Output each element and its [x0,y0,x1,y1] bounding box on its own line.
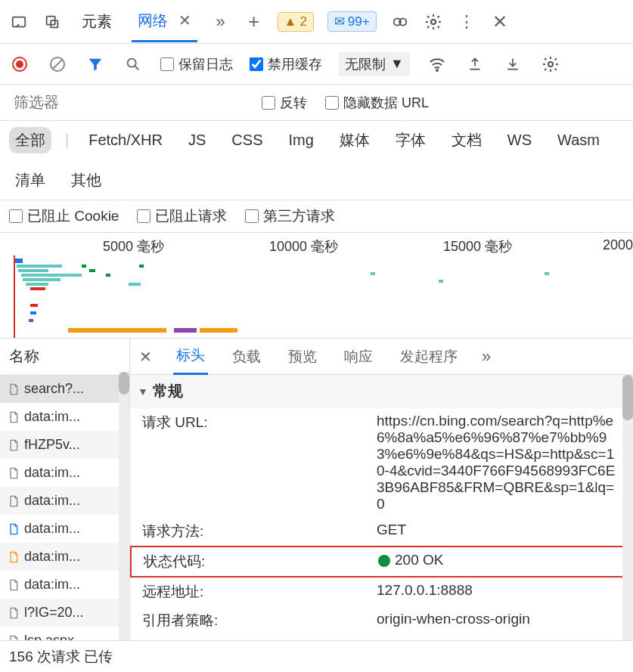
blocked-cookies-label: 已阻止 Cookie [27,206,119,226]
hide-data-url-checkbox[interactable]: 隐藏数据 URL [325,94,429,112]
timeline-tick: 15000 毫秒 [443,237,512,255]
triangle-down-icon: ▼ [138,386,148,398]
type-chip[interactable]: CSS [225,129,268,152]
type-chip[interactable]: Img [282,129,319,152]
request-item[interactable]: search?... [0,375,129,403]
header-value: https://cn.bing.com/search?q=http%e6%8a%… [377,413,621,513]
disable-cache-checkbox[interactable]: 禁用缓存 [250,55,322,73]
request-item[interactable]: l?IG=20... [0,599,129,627]
more-tabs-icon[interactable]: » [482,347,491,367]
messages-badge[interactable]: ✉ 99+ [327,11,377,32]
request-name: data:im... [24,493,80,509]
divider: | [65,132,69,149]
throttle-select[interactable]: 无限制▼ [339,52,410,76]
tab-preview[interactable]: 预览 [285,339,320,374]
blocked-requests-checkbox[interactable]: 已阻止请求 [137,206,227,226]
blocked-filter-row: 已阻止 Cookie 已阻止请求 第三方请求 [0,200,633,233]
svg-point-7 [16,60,23,68]
blocked-requests-label: 已阻止请求 [155,206,227,226]
more-tabs-icon[interactable]: » [211,12,231,32]
type-chip[interactable]: 媒体 [334,127,376,153]
request-item[interactable]: data:im... [0,487,129,515]
svg-point-5 [431,20,436,24]
file-icon [8,383,20,395]
preserve-log-label: 保留日志 [178,55,233,73]
request-item[interactable]: data:im... [0,543,129,571]
third-party-label: 第三方请求 [263,206,335,226]
disable-cache-label: 禁用缓存 [268,55,322,73]
tab-initiator[interactable]: 发起程序 [397,339,461,374]
close-devtools-icon[interactable]: ✕ [490,12,510,32]
filter-bar: 反转 隐藏数据 URL [0,85,633,121]
type-chip[interactable]: 清单 [9,167,51,194]
request-name: data:im... [24,577,80,593]
header-kv-row: 请求方法:GET [130,517,633,546]
header-value: 127.0.0.1:8888 [377,582,621,602]
type-chip[interactable]: 其他 [65,167,107,194]
upload-icon[interactable] [464,54,486,75]
file-icon [8,607,20,619]
search-icon[interactable] [123,54,144,75]
name-column-header[interactable]: 名称 [0,339,129,375]
type-chip[interactable]: JS [182,129,212,152]
scrollbar[interactable] [622,375,633,672]
settings-icon[interactable] [540,54,561,75]
request-item[interactable]: data:im... [0,571,129,599]
request-name: data:im... [24,521,80,537]
invert-label: 反转 [280,94,307,112]
devtools-top-toolbar: 元素 网络 ✕ » + ▲ 2 ✉ 99+ ⋮ ✕ [0,0,633,44]
request-item[interactable]: fHZP5v... [0,431,129,459]
tab-network[interactable]: 网络 ✕ [132,2,197,42]
clear-icon[interactable] [47,54,68,75]
preserve-log-checkbox[interactable]: 保留日志 [160,55,233,73]
request-name: data:im... [24,465,80,481]
request-item[interactable]: data:im... [0,515,129,543]
status-bar: 156 次请求 已传 [0,640,633,672]
download-icon[interactable] [502,54,523,75]
blocked-cookies-checkbox[interactable]: 已阻止 Cookie [9,206,119,226]
type-chip[interactable]: Wasm [551,129,606,152]
type-filter-row: 全部 | Fetch/XHR JS CSS Img 媒体 字体 文档 WS Wa… [0,121,633,200]
header-value: GET [377,522,621,541]
svg-point-13 [548,62,553,67]
type-chip-all[interactable]: 全部 [9,127,51,153]
experiments-icon[interactable] [390,12,410,32]
settings-gear-icon[interactable] [424,12,443,32]
invert-checkbox[interactable]: 反转 [262,94,307,112]
close-detail-icon[interactable]: ✕ [139,348,152,366]
close-icon[interactable]: ✕ [178,12,191,29]
file-icon [8,551,20,563]
type-chip[interactable]: 字体 [389,127,432,153]
svg-line-9 [53,60,62,69]
tab-response[interactable]: 响应 [341,339,376,374]
tab-elements[interactable]: 元素 [76,2,118,41]
main-area: 名称 search?...data:im...fHZP5v...data:im.… [0,339,633,672]
kebab-menu-icon[interactable]: ⋮ [457,12,476,32]
warn-count: 2 [299,14,306,29]
tab-payload[interactable]: 负载 [229,339,264,374]
request-item[interactable]: data:im... [0,403,129,431]
wifi-icon[interactable] [427,54,448,75]
network-timeline[interactable]: 5000 毫秒 10000 毫秒 15000 毫秒 2000 [0,233,633,339]
dock-icon[interactable] [9,12,29,32]
scrollbar[interactable] [119,372,129,672]
file-icon [8,495,20,507]
third-party-checkbox[interactable]: 第三方请求 [245,206,335,226]
general-section-header[interactable]: ▼常规 [130,375,633,408]
type-chip[interactable]: WS [501,129,538,152]
headers-body: ▼常规 请求 URL:https://cn.bing.com/search?q=… [130,375,633,635]
header-key: 请求方法: [142,522,377,541]
warnings-badge[interactable]: ▲ 2 [278,12,314,32]
type-chip[interactable]: Fetch/XHR [82,129,169,152]
plus-icon[interactable]: + [244,12,264,32]
filter-input[interactable] [9,89,244,116]
record-icon[interactable] [9,54,30,75]
tab-headers[interactable]: 标头 [173,339,208,375]
chevron-down-icon: ▼ [390,56,404,72]
hide-data-url-label: 隐藏数据 URL [343,94,429,112]
filter-icon[interactable] [85,54,106,75]
device-icon[interactable] [42,12,62,32]
type-chip[interactable]: 文档 [445,127,488,153]
request-item[interactable]: data:im... [0,459,129,487]
header-key: 远程地址: [142,582,377,602]
